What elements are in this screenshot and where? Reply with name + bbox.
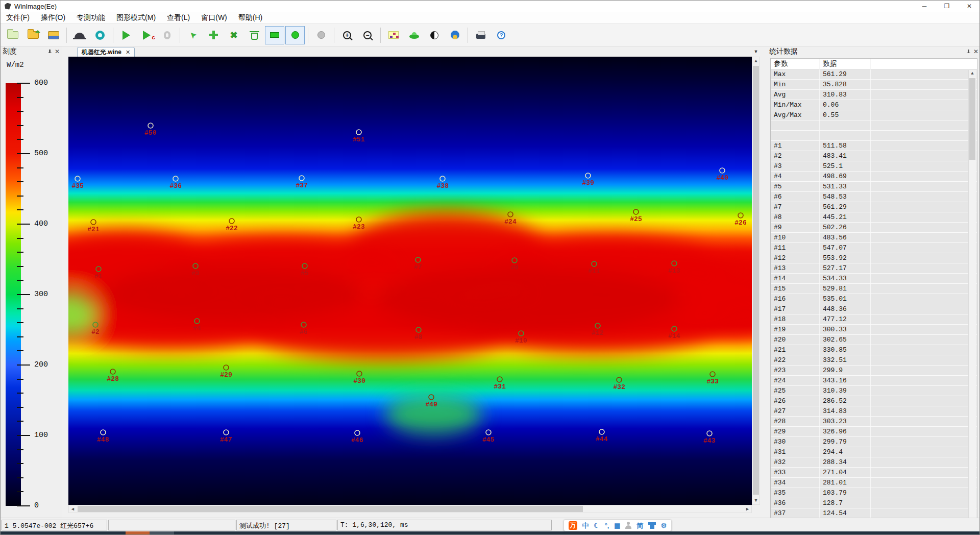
taskbar-item[interactable] bbox=[150, 531, 174, 535]
run-continuous-button[interactable] bbox=[137, 26, 156, 44]
topology-button[interactable] bbox=[384, 26, 403, 44]
table-row[interactable]: #32288.34 bbox=[771, 457, 977, 468]
menu-item-window[interactable]: 窗口(W) bbox=[195, 12, 233, 23]
skin-icon[interactable] bbox=[648, 522, 656, 529]
table-row[interactable]: #21330.85 bbox=[771, 345, 977, 355]
select-cursor-button[interactable]: ➤ bbox=[183, 26, 203, 44]
heatmap-vscrollbar[interactable]: ▲ ▼ bbox=[752, 57, 760, 505]
punctuation-icon[interactable]: °, bbox=[605, 522, 609, 529]
hscroll-thumb[interactable] bbox=[78, 506, 583, 512]
pin-icon[interactable] bbox=[47, 50, 52, 54]
table-row[interactable]: #18477.12 bbox=[771, 314, 977, 325]
table-row[interactable]: Min35.828 bbox=[771, 80, 977, 90]
statistics-scrollbar[interactable]: ▲ bbox=[968, 70, 976, 518]
moon-icon[interactable]: ☾ bbox=[594, 522, 600, 529]
scroll-right-icon[interactable]: ► bbox=[744, 505, 751, 513]
print-button[interactable] bbox=[471, 26, 491, 44]
table-row[interactable]: #12553.92 bbox=[771, 253, 977, 263]
run-button[interactable] bbox=[116, 26, 136, 44]
table-row[interactable]: #1511.58 bbox=[771, 141, 977, 151]
table-row[interactable]: Min/Max0.06 bbox=[771, 100, 977, 110]
table-row[interactable]: #8445.21 bbox=[771, 212, 977, 223]
table-row[interactable]: Max561.29 bbox=[771, 69, 977, 80]
ellipse-tool-button[interactable] bbox=[285, 26, 305, 44]
help-button[interactable]: ? bbox=[492, 26, 511, 44]
settings-icon[interactable]: ⚙ bbox=[660, 522, 667, 529]
table-row[interactable]: #28303.23 bbox=[771, 417, 977, 427]
scroll-up-icon[interactable]: ▲ bbox=[752, 57, 760, 65]
table-row[interactable]: #9502.26 bbox=[771, 223, 977, 233]
delete-point-button[interactable]: ✖ bbox=[224, 26, 243, 44]
menu-item-file[interactable]: 文件(F) bbox=[1, 12, 35, 23]
table-row[interactable]: Avg/Max0.55 bbox=[771, 110, 977, 120]
zoom-out-button[interactable]: − bbox=[358, 26, 377, 44]
table-row[interactable]: #23299.9 bbox=[771, 366, 977, 376]
save-button[interactable] bbox=[44, 26, 63, 44]
table-row[interactable]: #6548.53 bbox=[771, 192, 977, 202]
scroll-down-icon[interactable]: ▼ bbox=[752, 497, 760, 504]
table-row[interactable]: #29326.96 bbox=[771, 427, 977, 437]
scale-panel-close-icon[interactable]: ✕ bbox=[55, 48, 60, 55]
chinese-mode-icon[interactable]: 中 bbox=[582, 522, 589, 529]
lamp-button[interactable] bbox=[70, 26, 89, 44]
table-row[interactable] bbox=[771, 131, 977, 141]
table-row[interactable]: #27314.83 bbox=[771, 406, 977, 417]
stop-button[interactable] bbox=[157, 26, 177, 44]
add-point-button[interactable] bbox=[204, 26, 223, 44]
person-icon[interactable] bbox=[625, 522, 631, 529]
tab-active-document[interactable]: 机器红光.wine ✕ bbox=[77, 47, 135, 57]
table-row[interactable]: #7561.29 bbox=[771, 202, 977, 212]
keyboard-icon[interactable]: ▦ bbox=[614, 522, 620, 529]
menu-item-view[interactable]: 查看(L) bbox=[161, 12, 195, 23]
table-row[interactable]: Avg310.83 bbox=[771, 90, 977, 100]
sogou-logo-icon[interactable]: 万 bbox=[569, 521, 577, 530]
table-row[interactable]: #14534.33 bbox=[771, 274, 977, 284]
table-row[interactable]: #10483.56 bbox=[771, 233, 977, 243]
table-row[interactable]: #16535.01 bbox=[771, 294, 977, 304]
menu-item-special-test[interactable]: 专测功能 bbox=[71, 12, 111, 23]
rect-tool-button[interactable] bbox=[265, 26, 284, 44]
blob-tool-button[interactable] bbox=[404, 26, 424, 44]
table-row[interactable]: #19300.33 bbox=[771, 325, 977, 335]
tab-close-icon[interactable]: ✕ bbox=[126, 49, 130, 56]
scroll-up-icon[interactable]: ▲ bbox=[969, 70, 976, 77]
table-row[interactable]: #36128.7 bbox=[771, 498, 977, 508]
open-file-button[interactable] bbox=[23, 26, 43, 44]
menu-item-operation[interactable]: 操作(O) bbox=[35, 12, 71, 23]
statistics-panel-close-icon[interactable]: ✕ bbox=[973, 48, 978, 55]
table-row[interactable]: #33271.04 bbox=[771, 468, 977, 478]
table-row[interactable]: #25310.39 bbox=[771, 386, 977, 396]
menu-item-help[interactable]: 帮助(H) bbox=[233, 12, 268, 23]
table-row[interactable]: #30299.79 bbox=[771, 437, 977, 447]
table-row[interactable]: #11547.07 bbox=[771, 243, 977, 253]
zoom-in-button[interactable]: + bbox=[337, 26, 357, 44]
table-row[interactable]: #24343.16 bbox=[771, 376, 977, 386]
heatmap-viewport[interactable]: #50#51#35#36#37#38#39#40#21#22#23#24#25#… bbox=[68, 57, 752, 505]
table-row[interactable]: #26286.52 bbox=[771, 396, 977, 406]
scroll-left-icon[interactable]: ◄ bbox=[69, 505, 77, 513]
table-row[interactable]: #34281.01 bbox=[771, 478, 977, 488]
table-row[interactable]: #35103.79 bbox=[771, 488, 977, 498]
simplified-icon[interactable]: 简 bbox=[636, 522, 643, 529]
table-row[interactable]: #37124.54 bbox=[771, 508, 977, 518]
table-row[interactable]: #22332.51 bbox=[771, 355, 977, 366]
stats-scroll-thumb[interactable] bbox=[969, 78, 975, 160]
table-row[interactable]: #17448.36 bbox=[771, 304, 977, 314]
table-row[interactable]: #15529.81 bbox=[771, 284, 977, 294]
heatmap-hscrollbar[interactable]: ◄ ► bbox=[68, 505, 752, 513]
heatmap-canvas[interactable]: #50#51#35#36#37#38#39#40#21#22#23#24#25#… bbox=[68, 57, 752, 505]
table-row[interactable]: #31294.4 bbox=[771, 447, 977, 457]
scene-view-button[interactable] bbox=[445, 26, 464, 44]
maximize-button[interactable]: ❐ bbox=[936, 1, 958, 12]
table-row[interactable]: #13527.17 bbox=[771, 263, 977, 274]
device-settings-button[interactable] bbox=[90, 26, 110, 44]
circle-disabled-button[interactable] bbox=[311, 26, 331, 44]
close-button[interactable]: ✕ bbox=[958, 1, 980, 12]
menu-item-graph-mode[interactable]: 图形模式(M) bbox=[111, 12, 161, 23]
table-row[interactable]: #20302.65 bbox=[771, 335, 977, 345]
clear-points-button[interactable] bbox=[244, 26, 264, 44]
table-row[interactable]: #3525.1 bbox=[771, 161, 977, 172]
tab-list-dropdown-icon[interactable]: ▼ bbox=[752, 48, 760, 56]
table-row[interactable]: #4498.69 bbox=[771, 172, 977, 182]
table-row[interactable]: #2483.41 bbox=[771, 151, 977, 161]
